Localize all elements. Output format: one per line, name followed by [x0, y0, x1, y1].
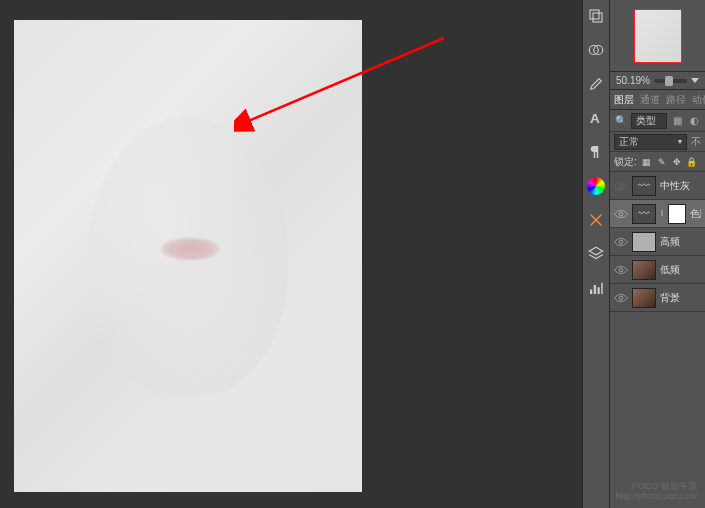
zoom-value[interactable]: 50.19%: [616, 75, 650, 86]
tab-channels[interactable]: 通道: [640, 93, 660, 107]
navigator-thumbnail[interactable]: [634, 9, 682, 63]
tab-paths[interactable]: 路径: [666, 93, 686, 107]
svg-point-11: [619, 184, 623, 188]
layers-panel-icon[interactable]: [586, 6, 606, 26]
layer-name[interactable]: 背景: [660, 291, 680, 305]
blend-mode-label: 正常: [619, 135, 639, 149]
link-icon[interactable]: ⌇: [660, 209, 664, 218]
layers-stack-icon[interactable]: [586, 244, 606, 264]
opacity-label: 不: [691, 135, 701, 149]
layers-list: 中性灰 ⌇ 色阶 高频 低频 背景: [610, 172, 705, 508]
visibility-toggle[interactable]: [614, 263, 628, 277]
svg-rect-3: [593, 13, 602, 22]
panel-tabs: 图层 通道 路径 动作: [610, 90, 705, 110]
lock-all-icon[interactable]: 🔒: [686, 156, 698, 168]
overlap-icon[interactable]: [586, 40, 606, 60]
layer-filter-row: 🔍 类型 ▦ ◐: [610, 110, 705, 132]
lips-detail: [160, 237, 220, 261]
svg-point-15: [619, 296, 623, 300]
canvas-area[interactable]: [14, 20, 362, 492]
navigator-panel: [610, 0, 705, 72]
search-icon[interactable]: 🔍: [614, 114, 628, 128]
layer-row[interactable]: 低频: [610, 256, 705, 284]
svg-point-12: [619, 212, 623, 216]
crossed-tools-icon[interactable]: [586, 210, 606, 230]
layer-row[interactable]: ⌇ 色阶: [610, 200, 705, 228]
panels-area: 50.19% 图层 通道 路径 动作 🔍 类型 ▦ ◐ 正常 ▾ 不 锁定: ▦…: [610, 0, 705, 508]
brush-icon[interactable]: [586, 74, 606, 94]
filter-type-select[interactable]: 类型: [631, 113, 667, 129]
document-image: [14, 20, 362, 492]
svg-rect-2: [590, 10, 599, 19]
color-wheel-icon[interactable]: [586, 176, 606, 196]
lock-row: 锁定: ▦ ✎ ✥ 🔒: [610, 152, 705, 172]
blend-mode-row: 正常 ▾ 不: [610, 132, 705, 152]
layer-thumbnail[interactable]: [632, 232, 656, 252]
zoom-slider-thumb[interactable]: [665, 76, 673, 86]
tab-actions[interactable]: 动作: [692, 93, 705, 107]
paragraph-icon[interactable]: [586, 142, 606, 162]
tab-layers[interactable]: 图层: [614, 93, 634, 107]
layer-name[interactable]: 低频: [660, 263, 680, 277]
svg-point-14: [619, 268, 623, 272]
layer-row[interactable]: 高频: [610, 228, 705, 256]
lock-label: 锁定:: [614, 155, 637, 169]
layer-row[interactable]: 背景: [610, 284, 705, 312]
svg-rect-8: [594, 285, 596, 294]
svg-rect-7: [590, 290, 592, 295]
svg-rect-10: [601, 283, 603, 294]
layer-thumbnail[interactable]: [632, 260, 656, 280]
lock-pixels-icon[interactable]: ▦: [641, 156, 653, 168]
layer-thumbnail[interactable]: [632, 288, 656, 308]
layer-mask-thumbnail[interactable]: [668, 204, 686, 224]
zoom-dropdown-icon[interactable]: [691, 78, 699, 83]
filter-type-label: 类型: [636, 114, 656, 128]
layer-name[interactable]: 中性灰: [660, 179, 690, 193]
lock-position-icon[interactable]: ✥: [671, 156, 683, 168]
svg-text:A: A: [590, 111, 600, 126]
layer-thumbnail[interactable]: [632, 176, 656, 196]
visibility-toggle[interactable]: [614, 235, 628, 249]
svg-point-13: [619, 240, 623, 244]
zoom-bar: 50.19%: [610, 72, 705, 90]
filter-image-icon[interactable]: ▦: [670, 114, 684, 128]
svg-rect-9: [598, 287, 600, 294]
tools-column: A: [582, 0, 610, 508]
type-icon[interactable]: A: [586, 108, 606, 128]
visibility-toggle[interactable]: [614, 179, 628, 193]
lock-brush-icon[interactable]: ✎: [656, 156, 668, 168]
blend-mode-select[interactable]: 正常 ▾: [614, 134, 687, 150]
filter-adjust-icon[interactable]: ◐: [687, 114, 701, 128]
visibility-toggle[interactable]: [614, 291, 628, 305]
layer-name[interactable]: 高频: [660, 235, 680, 249]
histogram-icon[interactable]: [586, 278, 606, 298]
zoom-slider[interactable]: [654, 79, 687, 83]
layer-thumbnail[interactable]: [632, 204, 656, 224]
watermark-url: http://photo.poco.cn/: [615, 492, 697, 502]
watermark: POCO 摄影专题 http://photo.poco.cn/: [615, 482, 697, 502]
layer-row[interactable]: 中性灰: [610, 172, 705, 200]
visibility-toggle[interactable]: [614, 207, 628, 221]
layer-name[interactable]: 色阶: [690, 207, 701, 221]
